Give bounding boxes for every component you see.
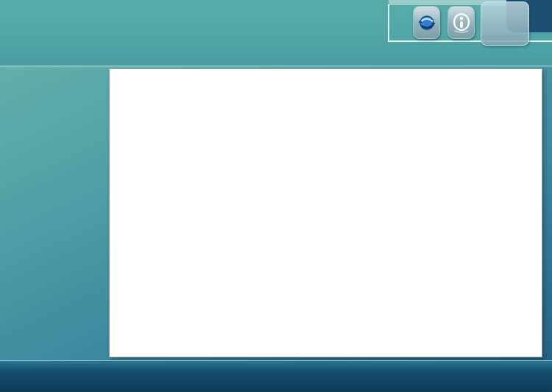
info-icon[interactable] xyxy=(447,6,475,39)
refresh-globe-glyph xyxy=(417,13,436,32)
monitor-board xyxy=(109,68,542,357)
header-divider-vertical xyxy=(388,4,389,42)
refresh-icon[interactable] xyxy=(413,6,440,39)
footer-nav xyxy=(0,360,552,392)
datetime-panel xyxy=(481,1,529,46)
remote-monitoring-app xyxy=(0,0,552,392)
info-glyph xyxy=(452,13,471,33)
header xyxy=(0,0,552,66)
